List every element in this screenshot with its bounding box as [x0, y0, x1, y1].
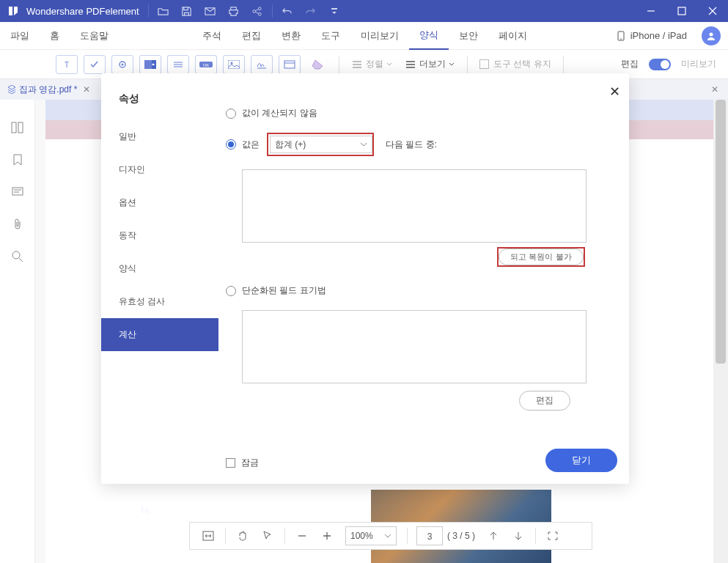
undo-icon[interactable]	[276, 0, 299, 22]
device-button[interactable]: iPhone / iPad	[608, 30, 694, 41]
user-avatar-icon[interactable]	[702, 26, 721, 45]
lock-label: 잠금	[241, 457, 259, 469]
document-tab-label: 집과 영감.pdf *	[19, 84, 77, 96]
listbox-tool-icon[interactable]	[167, 55, 189, 74]
operation-select-highlight: 합계 (+)	[267, 133, 374, 156]
left-sidebar	[0, 100, 35, 563]
menu-convert[interactable]: 변환	[271, 22, 311, 50]
edit-preview-toggle[interactable]	[649, 59, 671, 70]
dialog-nav-calculate[interactable]: 계산	[101, 318, 218, 351]
document-tab[interactable]: 집과 영감.pdf * ✕	[0, 79, 98, 100]
svg-rect-16	[228, 60, 240, 69]
dialog-nav-validate[interactable]: 유효성 검사	[101, 285, 218, 318]
menu-page[interactable]: 페이지	[488, 22, 537, 50]
bookmarks-panel-icon[interactable]	[6, 147, 29, 173]
fit-page-icon[interactable]	[540, 525, 565, 547]
radio-not-calculated[interactable]	[226, 108, 236, 119]
window-maximize-button[interactable]	[666, 0, 697, 22]
attachments-panel-icon[interactable]	[6, 211, 29, 238]
svg-point-17	[231, 62, 233, 64]
operation-select[interactable]: 합계 (+)	[270, 136, 372, 153]
svg-rect-19	[480, 60, 489, 69]
more-dropdown[interactable]: 더보기	[399, 58, 461, 70]
align-dropdown[interactable]: 정렬	[345, 58, 399, 70]
print-icon[interactable]	[222, 0, 246, 22]
following-fields-label: 다음 필드 중:	[386, 139, 437, 151]
svg-point-2	[259, 7, 262, 10]
dialog-close-button[interactable]: 닫기	[545, 449, 617, 472]
radio-value-is[interactable]	[226, 139, 236, 150]
eraser-tool-icon[interactable]	[304, 54, 333, 76]
pick-fields-button[interactable]: 되고 복원이 불가	[499, 249, 584, 265]
dialog-nav-appearance[interactable]: 디자인	[101, 153, 218, 186]
svg-rect-20	[12, 122, 16, 133]
redo-icon[interactable]	[299, 0, 323, 22]
signature-field-tool-icon[interactable]	[251, 55, 273, 74]
tab-close-icon[interactable]: ✕	[83, 84, 90, 95]
dialog-nav-options[interactable]: 옵션	[101, 186, 218, 219]
quick-access-dropdown-icon[interactable]	[323, 0, 346, 22]
radio-tool-icon[interactable]	[111, 55, 133, 74]
zoom-in-icon[interactable]	[315, 525, 339, 547]
thumbnails-panel-icon[interactable]	[6, 114, 29, 141]
share-icon[interactable]	[246, 0, 269, 22]
menu-file[interactable]: 파일	[0, 22, 40, 50]
option-simplified-label: 단순화된 필드 표기법	[242, 284, 326, 297]
tabs-close-all-icon[interactable]: ✕	[705, 79, 725, 100]
svg-point-1	[253, 10, 256, 12]
image-field-tool-icon[interactable]	[223, 55, 245, 74]
simplified-notation-textarea[interactable]	[242, 310, 587, 383]
preview-mode-label: 미리보기	[675, 58, 722, 70]
zoom-select[interactable]: 100%	[345, 526, 397, 545]
lock-checkbox[interactable]	[226, 458, 235, 468]
menu-form[interactable]: 양식	[409, 22, 449, 50]
menu-edit[interactable]: 편집	[232, 22, 271, 50]
open-folder-icon[interactable]	[152, 0, 175, 22]
hand-tool-icon[interactable]	[230, 525, 255, 547]
keep-tool-checkbox[interactable]: 도구 선택 유지	[474, 58, 557, 70]
chevron-down-icon	[384, 532, 391, 540]
page-number-input[interactable]: 3	[416, 526, 443, 545]
button-tool-icon[interactable]: OK	[195, 55, 217, 74]
edit-script-button[interactable]: 편집	[519, 391, 570, 411]
save-icon[interactable]	[175, 0, 199, 22]
svg-rect-5	[678, 7, 685, 15]
svg-rect-4	[331, 8, 337, 10]
mail-icon[interactable]	[199, 0, 222, 22]
prev-page-icon[interactable]	[481, 525, 506, 547]
svg-rect-18	[284, 61, 295, 68]
option-value-is-label: 값은	[242, 139, 260, 151]
checkbox-tool-icon[interactable]	[84, 55, 106, 74]
menu-help[interactable]: 도움말	[70, 22, 119, 50]
app-title: Wondershare PDFelement	[26, 6, 139, 17]
menu-tool[interactable]: 도구	[311, 22, 350, 50]
combobox-tool-icon[interactable]	[139, 55, 161, 74]
fields-list-textarea[interactable]	[242, 169, 587, 243]
menu-home[interactable]: 홈	[40, 22, 70, 50]
comments-panel-icon[interactable]	[6, 179, 29, 205]
menu-protect[interactable]: 보안	[449, 22, 488, 50]
search-panel-icon[interactable]	[6, 243, 29, 270]
svg-text:T: T	[65, 61, 69, 69]
scrollbar-thumb[interactable]	[716, 100, 726, 364]
fit-width-icon[interactable]	[196, 525, 221, 547]
select-tool-icon[interactable]	[255, 525, 280, 547]
menu-view[interactable]: 미리보기	[350, 22, 409, 50]
vertical-scrollbar[interactable]	[713, 100, 728, 563]
window-close-button[interactable]	[697, 0, 728, 22]
dialog-nav-format[interactable]: 양식	[101, 252, 218, 285]
zoom-out-icon[interactable]	[290, 525, 315, 547]
page-total-label: ( 3 / 5 )	[447, 531, 475, 541]
next-page-icon[interactable]	[506, 525, 531, 547]
date-field-tool-icon[interactable]	[279, 55, 301, 74]
dialog-nav-general[interactable]: 일반	[101, 120, 218, 153]
dialog-nav-actions[interactable]: 동작	[101, 219, 218, 252]
statusbar: 100% 3 ( 3 / 5 )	[189, 522, 592, 550]
svg-rect-22	[12, 188, 23, 195]
text-field-tool-icon[interactable]: T	[56, 55, 78, 74]
window-minimize-button[interactable]	[636, 0, 666, 22]
svg-point-23	[12, 251, 20, 259]
radio-simplified-notation[interactable]	[226, 286, 236, 296]
dialog-close-icon[interactable]: ✕	[609, 84, 620, 100]
menu-comment[interactable]: 주석	[192, 22, 232, 50]
